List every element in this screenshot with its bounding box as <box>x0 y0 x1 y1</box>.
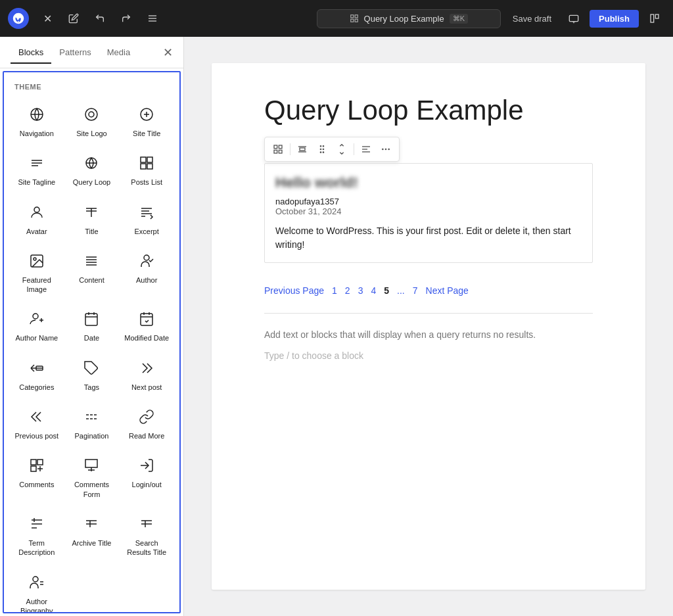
post-card-toolbar <box>264 137 400 162</box>
block-item-comments-form[interactable]: Comments Form <box>64 447 120 506</box>
wp-logo[interactable] <box>8 8 29 29</box>
block-item-login-out[interactable]: Login/out <box>119 447 174 506</box>
tab-blocks[interactable]: Blocks <box>11 42 51 64</box>
next-page-link[interactable]: Next Page <box>426 285 469 296</box>
svg-rect-24 <box>147 164 152 169</box>
block-item-tags[interactable]: Tags <box>64 350 120 398</box>
page-4-link[interactable]: 4 <box>368 284 379 297</box>
comments-label: Comments <box>19 480 54 489</box>
block-item-term-description[interactable]: Term Description <box>9 506 64 564</box>
block-item-archive-title[interactable]: Archive Title <box>64 506 120 564</box>
page-7-link[interactable]: 7 <box>410 284 421 297</box>
search-results-title-icon <box>135 512 158 536</box>
svg-rect-86 <box>274 151 277 154</box>
block-item-featured-image[interactable]: Featured Image <box>9 243 64 301</box>
login-out-label: Login/out <box>132 480 162 489</box>
block-item-site-title[interactable]: Site Title <box>119 96 174 145</box>
block-item-navigation[interactable]: Navigation <box>9 96 64 145</box>
tags-label: Tags <box>84 383 99 392</box>
toolbar-drag-icon[interactable] <box>313 140 331 158</box>
site-logo-icon <box>80 103 103 126</box>
tab-patterns[interactable]: Patterns <box>51 42 99 64</box>
block-item-author-name[interactable]: Author Name <box>9 300 64 349</box>
undo-button[interactable] <box>89 8 110 29</box>
comments-icon <box>25 454 49 477</box>
block-item-query-loop[interactable]: Query Loop <box>64 145 120 193</box>
svg-rect-22 <box>147 157 152 162</box>
block-item-comments[interactable]: Comments <box>9 447 64 506</box>
block-item-date[interactable]: Date <box>64 300 120 349</box>
pagination-icon <box>80 405 103 429</box>
site-tagline-label: Site Tagline <box>18 178 55 187</box>
toolbar-move-icon[interactable] <box>333 140 351 158</box>
page-5-link[interactable]: 5 <box>381 284 392 297</box>
block-item-content[interactable]: Content <box>64 243 120 301</box>
type-hint[interactable]: Type / to choose a block <box>264 345 593 361</box>
preview-button[interactable] <box>563 8 584 29</box>
block-item-read-more[interactable]: Read More <box>119 398 174 447</box>
block-grid: Navigation Site Logo Site Title <box>4 96 179 613</box>
publish-button[interactable]: Publish <box>590 10 639 28</box>
archive-title-icon <box>80 512 103 536</box>
toolbar-align-left-icon[interactable] <box>357 140 375 158</box>
svg-point-39 <box>144 255 149 260</box>
toolbar-more-icon[interactable] <box>377 140 395 158</box>
svg-point-102 <box>388 149 389 150</box>
block-item-title[interactable]: Title <box>64 194 120 243</box>
block-item-search-results-title[interactable]: Search Results Title <box>119 506 174 564</box>
block-item-categories[interactable]: Categories <box>9 350 64 398</box>
svg-point-93 <box>320 149 321 150</box>
login-out-icon <box>135 454 158 477</box>
sidebar-close-button[interactable]: ✕ <box>163 45 173 60</box>
svg-point-95 <box>320 152 321 153</box>
search-results-title-label: Search Results Title <box>123 538 170 557</box>
post-card[interactable]: Hello world! nadopufaya1357 October 31, … <box>264 163 593 263</box>
block-item-author[interactable]: Author <box>119 243 174 301</box>
settings-button[interactable] <box>644 8 665 29</box>
toolbar-divider-2 <box>354 143 354 155</box>
toolbar-align-icon[interactable] <box>293 140 312 158</box>
svg-rect-87 <box>279 151 282 154</box>
top-toolbar: ✕ Query Loop Example ⌘K Save draft Publi… <box>0 0 673 37</box>
author-biography-label: Author Biography <box>13 597 60 613</box>
post-title[interactable]: Query Loop Example <box>264 95 593 126</box>
block-item-next-post[interactable]: Next post <box>119 350 174 398</box>
block-item-posts-list[interactable]: Posts List <box>119 145 174 193</box>
page-3-link[interactable]: 3 <box>356 284 366 297</box>
block-item-previous-post[interactable]: Previous post <box>9 398 64 447</box>
page-1-link[interactable]: 1 <box>329 284 340 297</box>
tab-media[interactable]: Media <box>99 42 138 64</box>
post-date: October 31, 2024 <box>275 206 582 216</box>
command-bar[interactable]: Query Loop Example ⌘K <box>317 9 501 28</box>
title-icon <box>80 201 103 224</box>
section-theme-label: THEME <box>4 80 179 96</box>
page-2-link[interactable]: 2 <box>342 284 353 297</box>
close-button[interactable]: ✕ <box>37 8 58 29</box>
author-biography-icon <box>25 571 49 594</box>
avatar-icon <box>25 201 49 224</box>
redo-button[interactable] <box>116 8 137 29</box>
site-title-icon <box>135 103 158 126</box>
pagination: Previous Page 1 2 3 4 5 ... 7 Next Page <box>264 279 593 313</box>
svg-rect-43 <box>85 314 97 325</box>
save-draft-button[interactable]: Save draft <box>506 10 558 28</box>
block-item-excerpt[interactable]: Excerpt <box>119 194 174 243</box>
previous-post-label: Previous post <box>15 431 59 440</box>
post-excerpt: Welcome to WordPress. This is your first… <box>265 222 592 262</box>
block-item-site-tagline[interactable]: Site Tagline <box>9 145 64 193</box>
posts-list-label: Posts List <box>131 178 162 187</box>
block-item-pagination[interactable]: Pagination <box>64 398 120 447</box>
page-numbers: 1 2 3 4 5 ... 7 <box>329 284 420 297</box>
post-meta: nadopufaya1357 October 31, 2024 <box>265 197 592 222</box>
excerpt-label: Excerpt <box>135 227 159 236</box>
tags-icon <box>80 356 103 380</box>
block-item-author-biography[interactable]: Author Biography <box>9 564 64 613</box>
list-view-button[interactable] <box>142 8 163 29</box>
svg-point-100 <box>383 149 383 150</box>
block-item-modified-date[interactable]: Modified Date <box>119 300 174 349</box>
toolbar-grid-icon[interactable] <box>269 140 287 158</box>
previous-page-link[interactable]: Previous Page <box>264 285 324 296</box>
block-item-avatar[interactable]: Avatar <box>9 194 64 243</box>
edit-button[interactable] <box>63 8 84 29</box>
block-item-site-logo[interactable]: Site Logo <box>64 96 120 145</box>
